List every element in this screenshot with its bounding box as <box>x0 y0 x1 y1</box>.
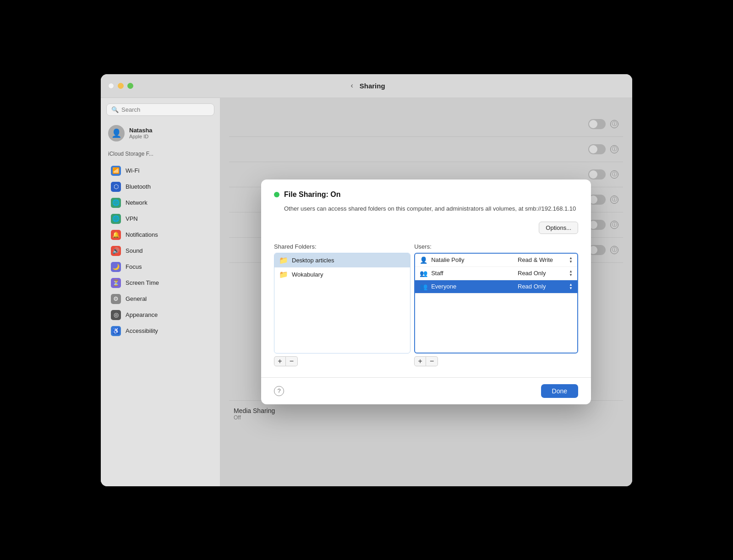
user-list: 👤 Natalie Polly Read & Write ▲ ▼ <box>414 253 578 353</box>
user-item-natalie[interactable]: 👤 Natalie Polly Read & Write ▲ ▼ <box>415 254 577 267</box>
user-name-everyone: Everyone <box>431 283 514 290</box>
sidebar-sound-label: Sound <box>126 247 143 254</box>
sidebar-notifications-label: Notifications <box>126 231 158 238</box>
users-label: Users: <box>414 243 578 250</box>
folder-icon-desktop: 📁 <box>279 256 288 265</box>
maximize-button[interactable] <box>127 83 133 89</box>
done-button[interactable]: Done <box>541 384 578 398</box>
dialog-description: Other users can access shared folders on… <box>274 204 578 213</box>
general-icon: ⚙ <box>111 294 121 304</box>
dialog-overlay: File Sharing: On Other users can access … <box>220 98 632 486</box>
search-bar[interactable]: 🔍 <box>106 103 214 116</box>
sidebar-item-vpn[interactable]: 🌐 VPN <box>104 211 217 227</box>
title-area: ‹ Sharing <box>348 80 385 92</box>
sidebar-focus-label: Focus <box>126 263 142 270</box>
sidebar: 🔍 👤 Natasha Apple ID iCloud Storage F...… <box>101 98 220 486</box>
user-name-natalie: Natalie Polly <box>431 256 514 263</box>
help-button[interactable]: ? <box>274 386 284 396</box>
permission-cell-everyone: Read Only ▲ ▼ <box>518 283 573 290</box>
minimize-button[interactable] <box>118 83 124 89</box>
sidebar-appearance-label: Appearance <box>126 311 158 318</box>
folder-name-wokabulary: Wokabulary <box>292 271 323 278</box>
back-button[interactable]: ‹ <box>348 80 356 92</box>
dialog-body: File Sharing: On Other users can access … <box>261 179 591 378</box>
user-icon-staff: 👥 <box>420 270 427 277</box>
user-name-staff: Staff <box>431 270 514 277</box>
shared-folders-column: Shared Folders: 📁 Desktop articles 📁 Wok… <box>274 243 410 366</box>
title-bar: ‹ Sharing <box>101 74 632 98</box>
avatar: 👤 <box>108 125 125 141</box>
vpn-icon: 🌐 <box>111 214 121 224</box>
sidebar-item-screentime[interactable]: ⏳ Screen Time <box>104 275 217 291</box>
user-item-everyone[interactable]: 👥 Everyone Read Only ▲ ▼ <box>415 280 577 294</box>
status-dot <box>274 192 279 197</box>
folder-name-desktop: Desktop articles <box>292 257 334 264</box>
sidebar-item-general[interactable]: ⚙ General <box>104 291 217 307</box>
screentime-icon: ⏳ <box>111 278 121 288</box>
search-input[interactable] <box>121 106 209 113</box>
appearance-icon: ◎ <box>111 310 121 320</box>
users-column: Users: 👤 Natalie Polly Read & Write <box>414 243 578 366</box>
sidebar-item-focus[interactable]: 🌙 Focus <box>104 259 217 275</box>
traffic-lights <box>108 83 133 89</box>
permission-everyone: Read Only <box>518 283 567 290</box>
remove-user-button[interactable]: − <box>426 356 438 366</box>
user-info: Natasha Apple ID <box>129 127 153 139</box>
main-panel: ⓘ ⓘ ⓘ ⓘ ⓘ <box>220 98 632 486</box>
user-item-staff[interactable]: 👥 Staff Read Only ▲ ▼ <box>415 267 577 280</box>
search-icon: 🔍 <box>111 106 119 113</box>
folder-add-remove-row: + − <box>274 356 410 366</box>
add-folder-button[interactable]: + <box>274 356 286 366</box>
user-icon-everyone: 👥 <box>420 283 427 290</box>
permission-cell-natalie: Read & Write ▲ ▼ <box>518 256 573 264</box>
sidebar-item-sound[interactable]: 🔊 Sound <box>104 243 217 259</box>
sidebar-accessibility-label: Accessibility <box>126 327 158 334</box>
sidebar-wifi-label: Wi-Fi <box>126 167 139 174</box>
sidebar-screentime-label: Screen Time <box>126 279 159 286</box>
close-button[interactable] <box>108 83 114 89</box>
file-sharing-dialog: File Sharing: On Other users can access … <box>261 179 591 404</box>
user-icon-natalie: 👤 <box>420 256 427 264</box>
permission-natalie: Read & Write <box>518 256 567 263</box>
sidebar-item-network[interactable]: 🌐 Network <box>104 195 217 211</box>
icloud-storage-label: iCloud Storage F... <box>101 149 220 163</box>
sidebar-vpn-label: VPN <box>126 215 138 222</box>
dialog-footer: ? Done <box>261 378 591 404</box>
permission-staff: Read Only <box>518 270 567 277</box>
sidebar-item-notifications[interactable]: 🔔 Notifications <box>104 227 217 243</box>
notifications-icon: 🔔 <box>111 230 121 240</box>
dialog-header: File Sharing: On <box>274 190 578 199</box>
sidebar-item-appearance[interactable]: ◎ Appearance <box>104 307 217 323</box>
system-preferences-window: ‹ Sharing 🔍 👤 Natasha Apple ID iCloud St… <box>101 74 632 486</box>
user-profile[interactable]: 👤 Natasha Apple ID <box>101 121 220 145</box>
folder-item-desktop[interactable]: 📁 Desktop articles <box>274 253 410 267</box>
options-button[interactable]: Options... <box>539 222 578 234</box>
folder-list: 📁 Desktop articles 📁 Wokabulary <box>274 253 410 353</box>
permission-cell-staff: Read Only ▲ ▼ <box>518 270 573 277</box>
sidebar-item-wifi[interactable]: 📶 Wi-Fi <box>104 163 217 179</box>
dialog-title: File Sharing: On <box>284 190 341 199</box>
sound-icon: 🔊 <box>111 246 121 256</box>
stepper-natalie[interactable]: ▲ ▼ <box>569 256 573 264</box>
add-user-button[interactable]: + <box>414 356 426 366</box>
folder-item-wokabulary[interactable]: 📁 Wokabulary <box>274 267 410 282</box>
shared-folders-label: Shared Folders: <box>274 243 410 250</box>
focus-icon: 🌙 <box>111 262 121 272</box>
stepper-everyone[interactable]: ▲ ▼ <box>569 283 573 290</box>
stepper-staff[interactable]: ▲ ▼ <box>569 270 573 277</box>
main-content: 🔍 👤 Natasha Apple ID iCloud Storage F...… <box>101 98 632 486</box>
window-title: Sharing <box>360 82 385 90</box>
columns-area: Shared Folders: 📁 Desktop articles 📁 Wok… <box>274 243 578 366</box>
sidebar-item-bluetooth[interactable]: ⬡ Bluetooth <box>104 179 217 195</box>
sidebar-network-label: Network <box>126 199 148 206</box>
accessibility-icon: ♿ <box>111 326 121 336</box>
network-icon: 🌐 <box>111 198 121 208</box>
wifi-icon: 📶 <box>111 166 121 176</box>
user-sub-label: Apple ID <box>129 134 153 139</box>
user-add-remove-row: + − <box>414 356 578 366</box>
sidebar-general-label: General <box>126 295 147 302</box>
sidebar-item-accessibility[interactable]: ♿ Accessibility <box>104 323 217 339</box>
sidebar-bluetooth-label: Bluetooth <box>126 183 151 190</box>
remove-folder-button[interactable]: − <box>286 356 298 366</box>
bluetooth-icon: ⬡ <box>111 182 121 192</box>
